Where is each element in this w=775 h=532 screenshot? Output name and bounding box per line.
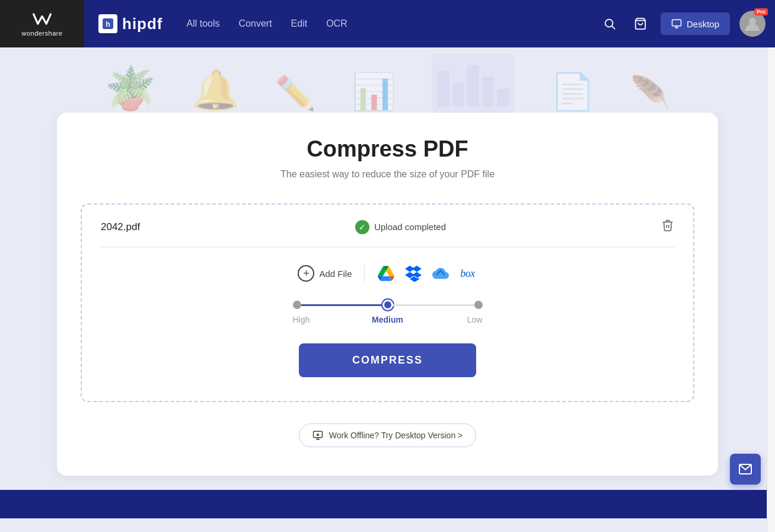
svg-rect-13 xyxy=(482,77,494,107)
page-title: Compress PDF xyxy=(81,136,694,162)
slider-labels: High Medium Low xyxy=(293,315,483,324)
hero-background: 🪴 🔔 ✏️ 📊 📄 🪶 xyxy=(0,47,775,113)
add-file-circle-icon: + xyxy=(298,265,314,282)
desktop-version-icon xyxy=(312,430,323,441)
cart-icon xyxy=(634,17,647,30)
desktop-version-link[interactable]: Work Offline? Try Desktop Version > xyxy=(299,423,477,447)
compression-selector: High Medium Low xyxy=(101,300,674,324)
hipdf-logo-icon: h xyxy=(98,14,117,33)
divider xyxy=(364,265,365,282)
delete-file-button[interactable] xyxy=(661,219,674,235)
pro-badge: Pro xyxy=(754,8,768,15)
dropbox-button[interactable] xyxy=(404,264,423,283)
slider-line-left xyxy=(301,304,382,306)
compression-medium-label: Medium xyxy=(367,315,409,324)
nav-all-tools[interactable]: All tools xyxy=(187,18,220,29)
compress-button[interactable]: COMPRESS xyxy=(299,343,476,377)
svg-rect-11 xyxy=(452,83,464,107)
onedrive-icon xyxy=(432,265,449,282)
navbar-actions: Desktop Pro xyxy=(599,11,766,37)
compression-medium-dot[interactable] xyxy=(382,300,393,310)
desktop-button-label: Desktop xyxy=(687,19,719,29)
scrollbar-track[interactable] xyxy=(767,0,775,532)
avatar-wrapper[interactable]: Pro xyxy=(739,11,766,37)
nav-convert[interactable]: Convert xyxy=(239,18,272,29)
add-file-label: Add File xyxy=(319,269,352,279)
big-chart-illustration xyxy=(432,53,515,113)
cart-button[interactable] xyxy=(630,13,651,34)
navbar: wondershare h hipdf All tools Convert Ed… xyxy=(0,0,775,47)
nav-ocr[interactable]: OCR xyxy=(326,18,347,29)
box-icon: box xyxy=(460,267,475,280)
plant-illustration: 🪴 xyxy=(104,64,156,113)
page-subtitle: The easiest way to reduce the size of yo… xyxy=(81,169,694,180)
brand-name: hipdf xyxy=(122,15,163,33)
wondershare-logo: wondershare xyxy=(21,11,62,37)
pencil-illustration: ✏️ xyxy=(275,74,316,113)
compression-high-dot[interactable] xyxy=(293,301,301,309)
quill-illustration: 🪶 xyxy=(630,74,671,113)
status-text: Upload completed xyxy=(374,222,446,232)
delete-icon xyxy=(661,219,674,232)
wondershare-logo-section: wondershare xyxy=(0,0,84,47)
search-button[interactable] xyxy=(599,13,620,34)
svg-point-2 xyxy=(605,20,613,27)
svg-text:h: h xyxy=(106,20,110,28)
file-name: 2042.pdf xyxy=(101,221,140,233)
box-button[interactable]: box xyxy=(458,264,477,283)
lamp-illustration: 🔔 xyxy=(192,68,240,113)
compression-low-label: Low xyxy=(453,315,483,324)
slider-line-right xyxy=(393,304,474,306)
desktop-version-label: Work Offline? Try Desktop Version > xyxy=(329,431,463,440)
upload-area: 2042.pdf ✓ Upload completed + xyxy=(81,203,694,402)
svg-rect-10 xyxy=(438,71,449,107)
message-button[interactable] xyxy=(730,454,761,485)
nav-edit[interactable]: Edit xyxy=(291,18,308,29)
svg-line-3 xyxy=(612,26,615,29)
compress-btn-wrapper: COMPRESS xyxy=(101,343,674,377)
upload-status: ✓ Upload completed xyxy=(355,220,446,234)
document-illustration: 📄 xyxy=(550,71,595,113)
dropbox-icon xyxy=(405,265,422,282)
google-drive-icon xyxy=(378,265,394,282)
cloud-icons: box xyxy=(377,264,477,283)
compression-high-label: High xyxy=(293,315,323,324)
add-file-button[interactable]: + Add File xyxy=(298,265,352,282)
onedrive-button[interactable] xyxy=(431,264,450,283)
svg-rect-12 xyxy=(467,65,479,107)
bottom-bar xyxy=(0,490,775,518)
desktop-button[interactable]: Desktop xyxy=(661,12,730,35)
upload-header: 2042.pdf ✓ Upload completed xyxy=(101,219,674,247)
status-check-icon: ✓ xyxy=(355,220,369,234)
navbar-nav: All tools Convert Edit OCR xyxy=(187,18,599,29)
brand[interactable]: h hipdf xyxy=(98,14,163,33)
desktop-button-icon xyxy=(671,18,682,29)
svg-rect-5 xyxy=(672,20,681,26)
compression-low-dot[interactable] xyxy=(474,301,483,309)
wondershare-name: wondershare xyxy=(21,30,62,37)
hero-illustrations: 🪴 🔔 ✏️ 📊 📄 🪶 xyxy=(104,53,671,113)
google-drive-button[interactable] xyxy=(377,264,396,283)
main-card: Compress PDF The easiest way to reduce t… xyxy=(57,113,718,476)
add-file-row: + Add File xyxy=(101,264,674,283)
chart-illustration: 📊 xyxy=(352,71,396,113)
svg-rect-14 xyxy=(497,89,509,107)
footer-link: Work Offline? Try Desktop Version > xyxy=(81,423,694,447)
slider-track[interactable] xyxy=(293,300,483,310)
message-icon xyxy=(738,462,752,476)
search-icon xyxy=(603,17,616,30)
